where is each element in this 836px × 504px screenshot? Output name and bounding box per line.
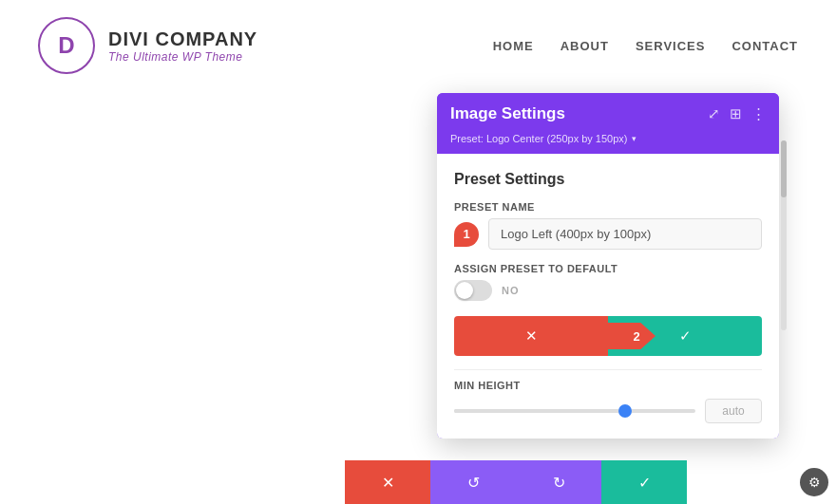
logo-area: D DIVI COMPANY The Ultimate WP Theme — [38, 17, 257, 74]
bottom-toolbar: ✕ ↺ ↻ ✓ — [345, 460, 687, 504]
assign-toggle[interactable] — [454, 280, 492, 301]
slider-thumb[interactable] — [618, 404, 632, 418]
main-nav: HOME ABOUT SERVICES CONTACT — [493, 39, 798, 53]
action-buttons: ✕ 2 ✓ — [454, 316, 762, 356]
nav-services[interactable]: SERVICES — [636, 39, 706, 53]
panel-wrapper: Image Settings ⤢ ⊞ ⋮ Preset: Logo Center… — [437, 93, 779, 502]
preset-arrow-icon: ▾ — [632, 134, 636, 143]
panel-body: Preset Settings Preset Name 1 Assign Pre… — [437, 154, 779, 439]
main-content: Image Settings ⤢ ⊞ ⋮ Preset: Logo Center… — [0, 84, 836, 502]
min-height-label: Min Height — [454, 380, 762, 391]
bottom-cancel-button[interactable]: ✕ — [345, 460, 430, 504]
slider-fill — [454, 409, 623, 413]
toggle-label: NO — [502, 285, 520, 296]
save-button[interactable]: 2 ✓ — [608, 316, 762, 356]
panel-header: Image Settings ⤢ ⊞ ⋮ — [437, 93, 779, 129]
header: D DIVI COMPANY The Ultimate WP Theme HOM… — [0, 0, 836, 84]
preset-label[interactable]: Preset: Logo Center (250px by 150px) ▾ — [450, 133, 766, 144]
logo-text: DIVI COMPANY The Ultimate WP Theme — [108, 28, 257, 64]
settings-panel: Image Settings ⤢ ⊞ ⋮ Preset: Logo Center… — [437, 93, 779, 439]
panel-scrollbar[interactable] — [781, 140, 787, 330]
section-title: Preset Settings — [454, 171, 762, 188]
slider-track[interactable] — [454, 409, 695, 413]
step-badge-2: 2 — [606, 323, 656, 349]
step-badge-1: 1 — [454, 222, 479, 247]
preset-bar[interactable]: Preset: Logo Center (250px by 150px) ▾ — [437, 129, 779, 154]
columns-icon[interactable]: ⊞ — [730, 105, 742, 122]
panel-title: Image Settings — [450, 104, 565, 123]
slider-row — [454, 399, 762, 423]
panel-header-icons: ⤢ ⊞ ⋮ — [708, 105, 766, 122]
toggle-thumb — [456, 282, 473, 299]
nav-about[interactable]: ABOUT — [560, 39, 609, 53]
slider-value-input[interactable] — [705, 399, 762, 423]
company-name: DIVI COMPANY — [108, 28, 257, 50]
bottom-redo-button[interactable]: ↻ — [516, 460, 601, 504]
nav-home[interactable]: HOME — [493, 39, 534, 53]
preset-name-input[interactable] — [488, 218, 762, 250]
bottom-save-button[interactable]: ✓ — [601, 460, 687, 504]
bottom-undo-button[interactable]: ↺ — [430, 460, 516, 504]
min-height-section: Min Height — [454, 369, 762, 423]
gear-settings-icon[interactable]: ⚙ — [800, 468, 828, 496]
preset-name-row: 1 — [454, 218, 762, 250]
logo-icon: D — [38, 17, 95, 74]
more-icon[interactable]: ⋮ — [751, 105, 766, 122]
expand-icon[interactable]: ⤢ — [708, 105, 720, 122]
cancel-button[interactable]: ✕ — [454, 316, 608, 356]
assign-preset-row: NO — [454, 280, 762, 301]
assign-preset-label: Assign Preset To Default — [454, 263, 762, 274]
preset-name-label: Preset Name — [454, 201, 762, 213]
scrollbar-thumb — [781, 140, 787, 197]
company-tagline: The Ultimate WP Theme — [108, 50, 257, 64]
nav-contact[interactable]: CONTACT — [732, 39, 798, 53]
